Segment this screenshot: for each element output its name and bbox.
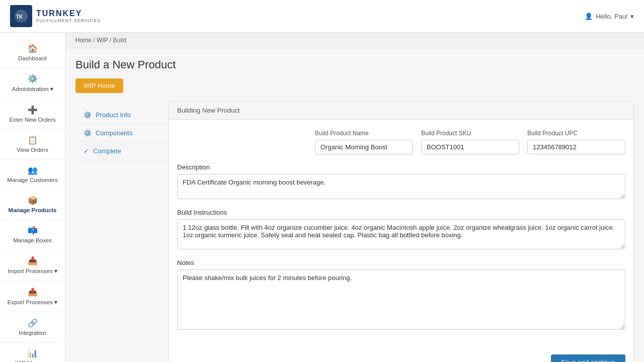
logo-text: TURNKEY FULFILLMENT SERVICES	[36, 9, 101, 23]
page-title: Build a New Product	[75, 58, 634, 71]
integration-icon: 🔗	[28, 318, 38, 328]
sidebar-item-label: Manage Products	[9, 207, 57, 213]
sidebar-item-label: Export Processes ▾	[8, 299, 57, 306]
wip-home-button[interactable]: WIP Home	[75, 78, 123, 93]
header: TK TURNKEY FULFILLMENT SERVICES 👤 Hello,…	[0, 0, 644, 33]
instructions-textarea[interactable]: 1 12oz glass bottle. Fill with 4oz organ…	[177, 219, 625, 249]
logo-subtitle: FULFILLMENT SERVICES	[36, 18, 101, 23]
sidebar-item-label: Manage Boxes	[13, 237, 52, 243]
sidebar-item-label: Administration ▾	[12, 85, 53, 93]
form-container: ⚙️ Product Info ⚙️ Components ✓ Complete…	[75, 101, 634, 362]
product-name-input[interactable]	[315, 140, 413, 154]
product-fields-row: Build Product Name Build Product SKU Bui…	[177, 130, 625, 154]
logo: TK TURNKEY FULFILLMENT SERVICES	[10, 5, 101, 27]
product-sku-field: Build Product SKU	[421, 130, 519, 154]
sidebar-item-label: Import Processes ▾	[8, 267, 57, 275]
sidebar-item-enter-new-orders[interactable]: ➕ Enter New Orders	[0, 99, 65, 129]
sidebar-item-administration[interactable]: ⚙️ Administration ▾	[0, 68, 65, 99]
notes-section: Notes Please shake/mix bulk juices for 2…	[177, 259, 625, 331]
sidebar-item-import-processes[interactable]: 📥 Import Processes ▾	[0, 250, 65, 281]
form-body: Build Product Name Build Product SKU Bui…	[169, 120, 633, 349]
sidebar: 🏠 Dashboard ⚙️ Administration ▾ ➕ Enter …	[0, 33, 65, 362]
description-section: Description FDA Certificate Organic morn…	[177, 163, 625, 201]
enter-orders-icon: ➕	[28, 105, 38, 115]
sidebar-item-label: View Orders	[17, 147, 48, 153]
step-product-info-label: Product Info	[96, 111, 131, 119]
sidebar-item-view-orders[interactable]: 📋 View Orders	[0, 129, 65, 159]
main-content: Home / WIP / Build Build a New Product W…	[65, 33, 644, 362]
product-name-field: Build Product Name	[315, 130, 413, 154]
step-components-icon: ⚙️	[84, 129, 92, 137]
layout: 🏠 Dashboard ⚙️ Administration ▾ ➕ Enter …	[0, 33, 644, 362]
logo-icon: TK	[10, 5, 32, 27]
manage-customers-icon: 👥	[28, 165, 38, 175]
step-complete-icon: ✓	[84, 147, 89, 155]
sidebar-item-dashboard[interactable]: 🏠 Dashboard	[0, 38, 65, 68]
product-upc-label: Build Product UPC	[527, 130, 625, 137]
sidebar-item-label: Enter New Orders	[9, 117, 55, 123]
description-label: Description	[177, 163, 625, 171]
sidebar-item-label: Dashboard	[18, 55, 46, 61]
dashboard-icon: 🏠	[28, 44, 38, 53]
instructions-label: Build Instructions	[177, 209, 625, 216]
svg-text:TK: TK	[16, 14, 23, 20]
sidebar-item-label: WIP Manager	[15, 360, 50, 362]
notes-label: Notes	[177, 259, 625, 266]
product-sku-input[interactable]	[421, 140, 519, 154]
breadcrumb: Home / WIP / Build	[65, 33, 644, 48]
sidebar-item-manage-customers[interactable]: 👥 Manage Customers	[0, 159, 65, 190]
user-icon: 👤	[585, 13, 593, 20]
step-complete-label: Complete	[93, 147, 121, 155]
content-area: Build a New Product WIP Home ⚙️ Product …	[65, 48, 644, 362]
sidebar-item-integration[interactable]: 🔗 Integration	[0, 312, 65, 342]
view-orders-icon: 📋	[28, 135, 38, 145]
form-panel: Building New Product Build Product Name …	[169, 101, 634, 362]
breadcrumb-wip[interactable]: WIP	[97, 37, 108, 44]
notes-textarea[interactable]: Please shake/mix bulk juices for 2 minut…	[177, 269, 625, 330]
instructions-section: Build Instructions 1 12oz glass bottle. …	[177, 209, 625, 251]
import-icon: 📥	[28, 256, 38, 265]
step-product-info-icon: ⚙️	[84, 111, 92, 119]
step-components[interactable]: ⚙️ Components	[75, 124, 169, 142]
breadcrumb-sep2: /	[110, 37, 113, 44]
user-dropdown-arrow[interactable]: ▾	[630, 13, 634, 20]
step-components-label: Components	[96, 129, 133, 137]
product-sku-label: Build Product SKU	[421, 130, 519, 137]
administration-icon: ⚙️	[28, 74, 38, 83]
manage-products-icon: 📦	[28, 196, 38, 205]
user-greeting: Hello, Paul	[596, 13, 627, 20]
sidebar-item-label: Manage Customers	[7, 177, 57, 183]
step-complete[interactable]: ✓ Complete	[75, 142, 169, 160]
sidebar-item-manage-products[interactable]: 📦 Manage Products	[0, 190, 65, 220]
form-footer: Save and continue	[169, 349, 633, 362]
step-product-info[interactable]: ⚙️ Product Info	[75, 106, 169, 124]
breadcrumb-current: Build	[113, 37, 127, 44]
sidebar-item-label: Integration	[19, 330, 46, 336]
product-name-label: Build Product Name	[315, 130, 413, 137]
description-textarea[interactable]: FDA Certificate Organic morning boost be…	[177, 174, 625, 199]
manage-boxes-icon: 📫	[28, 226, 38, 235]
wip-manager-icon: 📊	[28, 348, 38, 358]
steps-panel: ⚙️ Product Info ⚙️ Components ✓ Complete	[75, 101, 169, 362]
form-panel-header: Building New Product	[169, 102, 633, 120]
logo-name: TURNKEY	[36, 9, 101, 18]
product-upc-field: Build Product UPC	[527, 130, 625, 154]
sidebar-item-manage-boxes[interactable]: 📫 Manage Boxes	[0, 220, 65, 250]
breadcrumb-home[interactable]: Home	[75, 37, 92, 44]
export-icon: 📤	[28, 287, 38, 297]
save-continue-button[interactable]: Save and continue	[551, 354, 625, 362]
sidebar-item-export-processes[interactable]: 📤 Export Processes ▾	[0, 281, 65, 312]
product-upc-input[interactable]	[527, 140, 625, 154]
sidebar-item-wip-manager[interactable]: 📊 WIP Manager	[0, 342, 65, 362]
user-area[interactable]: 👤 Hello, Paul ▾	[585, 13, 634, 20]
